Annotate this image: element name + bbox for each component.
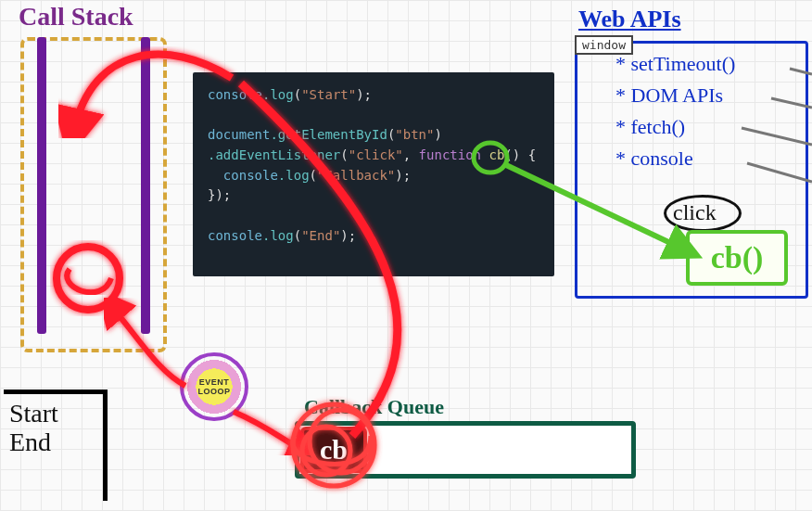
api-settimeout: setTimeout() — [615, 52, 735, 76]
call-stack-right-wall — [141, 37, 150, 334]
call-stack-left-wall — [37, 37, 46, 334]
output-line-end: End — [9, 428, 97, 457]
web-apis-title: Web APIs — [578, 6, 681, 33]
web-apis-callback-box: cb() — [686, 230, 788, 286]
output-line-start: Start — [9, 400, 97, 428]
api-console: console — [615, 147, 735, 171]
event-loop-label: EVENT LOOOP — [184, 377, 245, 396]
api-dom: DOM APIs — [615, 83, 735, 108]
code-snippet: console.log("Start"); document.getElemen… — [193, 72, 554, 276]
arrow-loop-to-queue — [234, 412, 304, 451]
click-event-label: click — [673, 200, 717, 225]
console-output-box: Start End — [4, 390, 108, 501]
call-stack-title: Call Stack — [19, 2, 133, 32]
callback-queue-item: cb — [300, 427, 367, 473]
event-loop-badge: EVENT LOOOP — [180, 352, 248, 421]
api-fetch: fetch() — [615, 115, 735, 139]
callback-queue-title: Callback Queue — [304, 395, 444, 419]
web-apis-list: setTimeout() DOM APIs fetch() console — [615, 52, 735, 178]
